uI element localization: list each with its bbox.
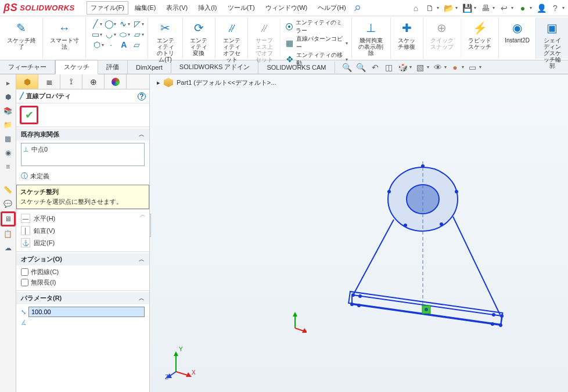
line-icon[interactable]: ╱ [89,19,101,29]
dropdown-arrow-icon[interactable]: ▾ [530,5,532,10]
hide-show-icon[interactable]: 👁 [433,62,443,73]
pm-help-icon[interactable]: ? [138,92,146,100]
spline-icon[interactable]: ∿ [117,19,129,29]
tab-sketch[interactable]: スケッチ [55,60,98,74]
align-vertical[interactable]: │ 鉛直(V) [21,225,145,236]
align-fix[interactable]: ⚓ 固定(F) [21,238,145,248]
pm-tab-config[interactable]: ⟟ [60,74,82,89]
opt-construction[interactable]: 作図線(C) [21,268,145,276]
mirror-icon[interactable]: ⦿ [284,21,294,32]
menu-insert[interactable]: 挿入(I) [194,1,221,15]
print-icon[interactable]: 🖶 [481,3,490,13]
display-style-icon[interactable]: ▧ [415,62,426,73]
dropdown-arrow-icon[interactable]: ▾ [562,5,565,10]
graphics-area[interactable]: ▸ Part1 (デフォルト<<デフォルト>... [150,74,568,392]
constraints-button[interactable]: ⊥ 幾何拘束の表示/削除 [355,19,387,57]
dropdown-arrow-icon[interactable]: ▾ [455,5,458,10]
rail-view-palette-icon[interactable]: ▦ [2,132,15,145]
new-icon[interactable]: 🗋 [425,3,434,13]
opt-infinite-checkbox[interactable] [21,279,28,286]
shading-button[interactable]: ▣ シェイディングスケッチ輪郭 [540,19,565,70]
zoom-area-icon[interactable]: 🔍 [356,62,366,73]
ellipse-icon[interactable]: ⬭ [117,29,129,39]
breadcrumb[interactable]: ▸ Part1 (デフォルト<<デフォルト>... [157,78,276,87]
collapse-icon[interactable]: ︿ [139,131,145,139]
align-horizontal[interactable]: — 水平(H) [21,213,145,224]
pm-tab-property[interactable]: ≣ [38,74,60,89]
pm-tab-display[interactable] [105,74,127,89]
rebuild-icon[interactable]: ● [518,3,527,13]
view-orient-icon[interactable]: 🎲 [398,62,408,73]
dropdown-arrow-icon[interactable]: ▾ [437,5,439,10]
smart-dimension-button[interactable]: ↔ スマート寸法 [46,19,82,51]
tab-feature[interactable]: フィーチャー [0,60,55,74]
trim-button[interactable]: ✂ エンティティのトリム(T) [152,19,179,64]
menu-edit[interactable]: 編集(E) [131,1,160,15]
copy-group: ⦿エンティティのミラー ▦直線パターンコピー▾ ✥エンティティの移動▾ [281,17,352,59]
collapse-icon[interactable]: ︿ [139,256,145,264]
pm-tab-dimxpert[interactable]: ⊕ [82,74,105,89]
existing-constraints-list[interactable]: ⊥ 中点0 [21,143,145,166]
rail-clipboard-icon[interactable]: 📋 [2,228,15,240]
dropdown-arrow-icon[interactable]: ▾ [492,5,495,10]
rail-forum-icon[interactable]: 💬 [2,197,15,210]
tab-addins[interactable]: SOLIDWORKS アドイン [171,60,259,74]
collapse-icon[interactable]: ︿ [140,211,146,219]
rail-file-explorer-icon[interactable]: 📁 [2,118,15,131]
undo-icon[interactable]: ↩ [499,3,509,13]
param-length-input[interactable] [28,307,145,317]
scene-icon[interactable]: ▭ [468,62,478,73]
save-icon[interactable]: 💾 [462,3,472,13]
user-icon[interactable]: 👤 [537,3,546,13]
zoom-fit-icon[interactable]: 🔍 [342,62,353,73]
text-icon[interactable]: A [118,39,130,50]
pin-icon[interactable]: ⚲ [350,1,364,15]
linear-pattern-icon[interactable]: ▦ [284,38,295,48]
horizontal-icon: — [21,214,30,223]
panel-splitter[interactable] [150,214,151,237]
offset-button[interactable]: ⫽ エンティティオフセット [219,19,244,64]
menu-file[interactable]: ファイル(F) [87,1,128,15]
plane-icon[interactable]: ▱ [131,39,142,50]
rail-measure-icon[interactable]: 📏 [2,184,15,196]
rail-sketch-align-icon[interactable]: 🖥 [1,211,16,226]
appearance-icon[interactable]: ● [450,62,461,73]
rail-fly-out-icon[interactable]: ▸ [2,77,15,89]
instant2d-button[interactable]: ◉ Instant2D [502,19,532,45]
chamfer-icon[interactable]: ◸ [131,19,143,29]
tab-evaluate[interactable]: 評価 [98,60,128,74]
opt-construction-checkbox[interactable] [21,268,28,276]
polygon-icon[interactable]: ⬡ [91,39,103,50]
point-icon[interactable]: · [105,39,117,50]
open-icon[interactable]: 📂 [444,3,453,13]
repair-button[interactable]: ✚ スケッチ修復 [394,19,419,51]
menu-view[interactable]: 表示(V) [162,1,192,15]
home-icon[interactable]: ⌂ [411,3,420,13]
pm-tab-feature-tree[interactable]: ⬢ [16,74,38,89]
rail-resources-icon[interactable]: ⬢ [2,91,15,103]
task-pane-rail: ▸ ⬢ 📚 📁 ▦ ◉ ≡ 📏 💬 🖥 📋 ☁ [0,74,16,392]
convert-button[interactable]: ⟳ エンティティ変換 [186,19,211,57]
rail-custom-props-icon[interactable]: ≡ [2,160,15,173]
sketch-exit-button[interactable]: ✎ スケッチ終了 [3,19,39,51]
dropdown-arrow-icon[interactable]: ▾ [511,5,513,10]
rail-design-lib-icon[interactable]: 📚 [2,105,15,117]
opt-infinite[interactable]: 無限長(I) [21,278,145,287]
arc-icon[interactable]: ◡ [103,29,115,39]
help-icon[interactable]: ? [551,3,560,13]
section-view-icon[interactable]: ◫ [384,62,394,73]
prev-view-icon[interactable]: ↶ [370,62,380,73]
circle-icon[interactable]: ◯ [103,19,115,29]
rail-cloud-icon[interactable]: ☁ [2,242,15,254]
dropdown-arrow-icon[interactable]: ▾ [474,5,476,10]
rail-appearances-icon[interactable]: ◉ [2,146,15,159]
pm-ok-button[interactable]: ✔ [20,106,38,124]
rapid-sketch-button[interactable]: ⚡ ラピッドスケッチ [465,19,495,51]
rectangle-icon[interactable]: ▭ [89,29,101,39]
menu-tool[interactable]: ツール(T) [224,1,259,15]
menu-help[interactable]: ヘルプ(H) [314,1,350,15]
menu-window[interactable]: ウィンドウ(W) [261,1,312,15]
slot-icon[interactable]: ▱ [131,29,143,39]
collapse-icon[interactable]: ︿ [139,294,145,303]
tab-dimxpert[interactable]: DimXpert [128,62,171,73]
